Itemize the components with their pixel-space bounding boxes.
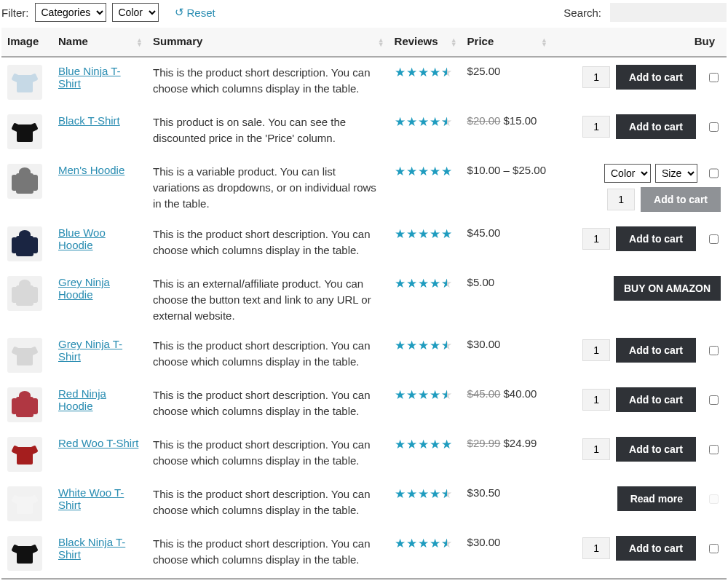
reset-label: Reset bbox=[187, 7, 215, 19]
price-value: $25.00 bbox=[467, 65, 501, 77]
select-row-checkbox[interactable] bbox=[709, 73, 719, 82]
star-icon bbox=[406, 276, 417, 291]
product-price: $45.00$40.00 bbox=[467, 387, 546, 400]
read-more-button[interactable]: Read more bbox=[617, 486, 696, 511]
star-icon bbox=[430, 437, 440, 452]
star-rating bbox=[395, 276, 454, 291]
quantity-input[interactable] bbox=[582, 389, 610, 411]
buy-external-button[interactable]: BUY ON AMAZON bbox=[614, 276, 721, 301]
product-price: $29.99$24.99 bbox=[467, 437, 546, 449]
product-name-link[interactable]: Blue Ninja T-Shirt bbox=[58, 65, 121, 90]
product-image[interactable] bbox=[7, 276, 42, 311]
star-rating bbox=[395, 164, 452, 179]
quantity-input[interactable] bbox=[582, 438, 610, 460]
product-name-link[interactable]: Men's Hoodie bbox=[58, 164, 124, 176]
product-image[interactable] bbox=[7, 437, 42, 472]
product-image[interactable] bbox=[7, 226, 42, 261]
product-name-link[interactable]: Blue Woo Hoodie bbox=[58, 226, 106, 251]
star-icon bbox=[406, 226, 417, 242]
quantity-input[interactable] bbox=[607, 189, 635, 210]
add-to-cart-button[interactable]: Add to cart bbox=[616, 338, 696, 363]
product-name-link[interactable]: Red Ninja Hoodie bbox=[58, 387, 106, 412]
add-to-cart-button[interactable]: Add to cart bbox=[616, 226, 696, 251]
product-name-link[interactable]: Black T-Shirt bbox=[58, 114, 120, 127]
product-image[interactable] bbox=[7, 114, 42, 149]
price-value: $10.00 – $25.00 bbox=[467, 164, 546, 176]
reset-link[interactable]: Reset bbox=[175, 6, 215, 19]
star-icon bbox=[430, 114, 440, 130]
quantity-input[interactable] bbox=[582, 339, 610, 361]
add-to-cart-button[interactable]: Add to cart bbox=[616, 65, 696, 90]
product-image[interactable] bbox=[7, 65, 42, 100]
star-icon bbox=[406, 114, 417, 130]
star-half-icon bbox=[441, 114, 454, 130]
table-row: Blue Ninja T-Shirt This is the product s… bbox=[1, 57, 727, 107]
select-row-checkbox[interactable] bbox=[709, 166, 719, 181]
table-row: Red Ninja Hoodie This is the product sho… bbox=[1, 380, 727, 430]
product-thumbnail-hoodie bbox=[12, 280, 38, 307]
product-table: Image Name▲▼ Summary▲▼ Reviews▲▼ Price▲▼… bbox=[1, 28, 727, 580]
product-name-link[interactable]: White Woo T-Shirt bbox=[58, 486, 124, 511]
quantity-input[interactable] bbox=[582, 537, 610, 559]
star-half-icon bbox=[441, 536, 454, 551]
select-row-checkbox[interactable] bbox=[709, 234, 719, 244]
star-icon bbox=[418, 114, 429, 130]
star-half-icon bbox=[441, 486, 454, 502]
product-thumbnail-hoodie bbox=[12, 391, 38, 419]
sort-icon: ▲▼ bbox=[451, 38, 457, 47]
filter-color-select[interactable]: Color bbox=[112, 3, 159, 22]
search-label: Search: bbox=[563, 7, 601, 19]
add-to-cart-button[interactable]: Add to cart bbox=[641, 187, 721, 212]
sort-icon: ▲▼ bbox=[378, 38, 384, 47]
product-name-link[interactable]: Grey Ninja Hoodie bbox=[58, 276, 110, 301]
star-icon bbox=[430, 276, 440, 291]
price-value: $5.00 bbox=[467, 276, 495, 288]
select-row-checkbox[interactable] bbox=[709, 122, 719, 132]
header-name[interactable]: Name▲▼ bbox=[52, 28, 147, 57]
star-icon bbox=[395, 226, 405, 242]
quantity-input[interactable] bbox=[582, 116, 610, 138]
product-name-link[interactable]: Black Ninja T-Shirt bbox=[58, 536, 125, 561]
product-image[interactable] bbox=[7, 536, 42, 571]
star-icon bbox=[418, 437, 429, 452]
select-row-checkbox[interactable] bbox=[709, 445, 719, 454]
star-icon bbox=[395, 114, 405, 130]
variation-color-select[interactable]: Color bbox=[604, 164, 651, 183]
add-to-cart-button[interactable]: Add to cart bbox=[616, 387, 696, 412]
product-summary: This is the product short description. Y… bbox=[153, 65, 383, 97]
star-icon bbox=[441, 164, 452, 179]
price-value: $40.00 bbox=[503, 387, 537, 400]
star-half-icon bbox=[441, 65, 454, 80]
select-row-checkbox[interactable] bbox=[709, 544, 719, 553]
price-value: $30.50 bbox=[467, 486, 501, 499]
star-icon bbox=[406, 486, 417, 502]
header-price[interactable]: Price▲▼ bbox=[462, 28, 552, 57]
product-price: $45.00 bbox=[467, 226, 546, 239]
variation-size-select[interactable]: Size bbox=[655, 164, 697, 183]
product-image[interactable] bbox=[7, 387, 42, 422]
product-name-link[interactable]: Grey Ninja T-Shirt bbox=[58, 338, 122, 363]
product-image[interactable] bbox=[7, 164, 42, 199]
add-to-cart-button[interactable]: Add to cart bbox=[616, 114, 696, 139]
product-thumbnail-tshirt bbox=[12, 120, 37, 143]
star-icon bbox=[418, 536, 429, 551]
search-input[interactable] bbox=[610, 3, 727, 22]
quantity-input[interactable] bbox=[582, 228, 610, 250]
add-to-cart-button[interactable]: Add to cart bbox=[616, 536, 696, 561]
filter-categories-select[interactable]: Categories bbox=[35, 3, 106, 22]
product-name-link[interactable]: Red Woo T-Shirt bbox=[58, 437, 138, 449]
product-image[interactable] bbox=[7, 338, 42, 373]
table-row: Blue Woo Hoodie This is the product shor… bbox=[1, 219, 727, 269]
add-to-cart-button[interactable]: Add to cart bbox=[616, 437, 696, 462]
product-price: $10.00 – $25.00 bbox=[467, 164, 546, 176]
header-reviews[interactable]: Reviews▲▼ bbox=[389, 28, 462, 57]
product-thumbnail-tshirt bbox=[12, 492, 37, 515]
star-rating bbox=[395, 226, 452, 242]
select-row-checkbox[interactable] bbox=[709, 346, 719, 355]
quantity-input[interactable] bbox=[582, 66, 610, 88]
star-icon bbox=[406, 387, 417, 403]
star-icon bbox=[406, 338, 417, 353]
product-image[interactable] bbox=[7, 486, 42, 521]
select-row-checkbox[interactable] bbox=[709, 395, 719, 405]
header-summary[interactable]: Summary▲▼ bbox=[147, 28, 389, 57]
